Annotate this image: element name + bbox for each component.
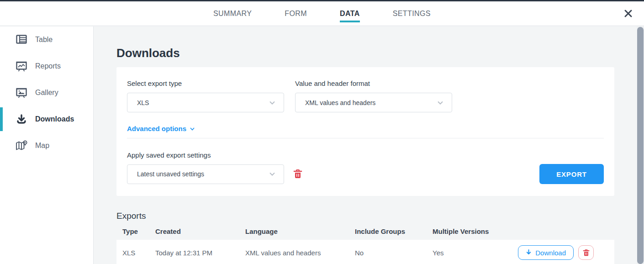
advanced-options-label: Advanced options	[127, 125, 186, 132]
trash-icon	[583, 249, 590, 257]
vertical-scrollbar[interactable]	[637, 26, 644, 264]
top-header: SUMMARY FORM DATA SETTINGS	[0, 1, 644, 26]
row-type: XLS	[122, 240, 155, 257]
exports-table-header: Type Created Language Include Groups Mul…	[116, 227, 614, 240]
format-value: XML values and headers	[305, 99, 437, 106]
column-header-language: Language	[245, 227, 355, 235]
table-row: XLS Today at 12:31 PM XML values and hea…	[116, 240, 614, 264]
download-button-label: Download	[535, 249, 566, 257]
sidebar-item-label: Gallery	[35, 89, 58, 97]
sidebar-item-map[interactable]: Map	[0, 132, 93, 159]
chevron-down-icon	[269, 171, 275, 177]
download-button[interactable]: Download	[518, 245, 574, 260]
active-tab-underline	[340, 21, 360, 22]
column-header-created: Created	[155, 227, 245, 235]
row-language: XML values and headers	[245, 240, 355, 257]
scrollbar-thumb[interactable]	[637, 27, 644, 264]
row-multiple-versions: Yes	[433, 240, 517, 257]
sidebar-item-table[interactable]: Table	[0, 26, 93, 53]
exports-table: Type Created Language Include Groups Mul…	[116, 227, 614, 264]
format-dropdown[interactable]: XML values and headers	[295, 93, 452, 112]
tab-summary[interactable]: SUMMARY	[213, 1, 252, 26]
export-type-label: Select export type	[127, 79, 284, 87]
chevron-down-icon	[437, 100, 443, 106]
tab-label: FORM	[285, 10, 307, 18]
tab-data[interactable]: DATA	[340, 1, 360, 26]
page-title: Downloads	[116, 46, 614, 60]
reports-icon	[16, 60, 27, 72]
chevron-down-icon	[190, 126, 195, 132]
sidebar-item-label: Map	[35, 142, 49, 150]
downloads-icon	[16, 113, 27, 125]
gallery-icon	[16, 87, 27, 99]
column-header-type: Type	[122, 227, 155, 235]
saved-settings-label: Apply saved export settings	[127, 151, 604, 159]
download-icon	[526, 249, 532, 256]
sidebar-item-label: Downloads	[35, 115, 74, 123]
sidebar-item-downloads[interactable]: Downloads	[0, 106, 93, 132]
chevron-down-icon	[269, 100, 275, 106]
delete-export-button[interactable]	[578, 245, 594, 260]
tab-settings[interactable]: SETTINGS	[393, 1, 431, 26]
advanced-options-link[interactable]: Advanced options	[127, 125, 195, 132]
column-header-include-groups: Include Groups	[355, 227, 433, 235]
tab-label: SUMMARY	[213, 10, 252, 18]
main-panel: Downloads Select export type XLS Value a…	[94, 26, 644, 264]
format-label: Value and header format	[295, 79, 452, 87]
sidebar: Table Reports Gallery Downloads Map	[0, 26, 94, 264]
tab-bar: SUMMARY FORM DATA SETTINGS	[0, 1, 644, 26]
row-created: Today at 12:31 PM	[155, 240, 245, 257]
saved-settings-value: Latest unsaved settings	[137, 170, 269, 178]
export-type-value: XLS	[137, 99, 269, 106]
tab-form[interactable]: FORM	[285, 1, 307, 26]
exports-section-title: Exports	[116, 211, 614, 221]
tab-label: DATA	[340, 10, 360, 18]
form-divider	[127, 138, 604, 138]
column-header-multiple-versions: Multiple Versions	[433, 227, 517, 235]
tab-label: SETTINGS	[393, 10, 431, 18]
close-icon[interactable]	[622, 7, 634, 19]
saved-settings-dropdown[interactable]: Latest unsaved settings	[127, 164, 284, 184]
sidebar-item-reports[interactable]: Reports	[0, 53, 93, 79]
delete-settings-trash-icon[interactable]	[291, 168, 304, 180]
export-form-card: Select export type XLS Value and header …	[116, 67, 614, 196]
row-include-groups: No	[355, 240, 433, 257]
sidebar-item-label: Table	[35, 36, 53, 44]
sidebar-item-gallery[interactable]: Gallery	[0, 79, 93, 106]
export-button[interactable]: EXPORT	[539, 164, 604, 184]
map-icon	[16, 140, 27, 152]
export-type-dropdown[interactable]: XLS	[127, 93, 284, 112]
sidebar-item-label: Reports	[35, 62, 61, 70]
table-icon	[16, 34, 27, 46]
